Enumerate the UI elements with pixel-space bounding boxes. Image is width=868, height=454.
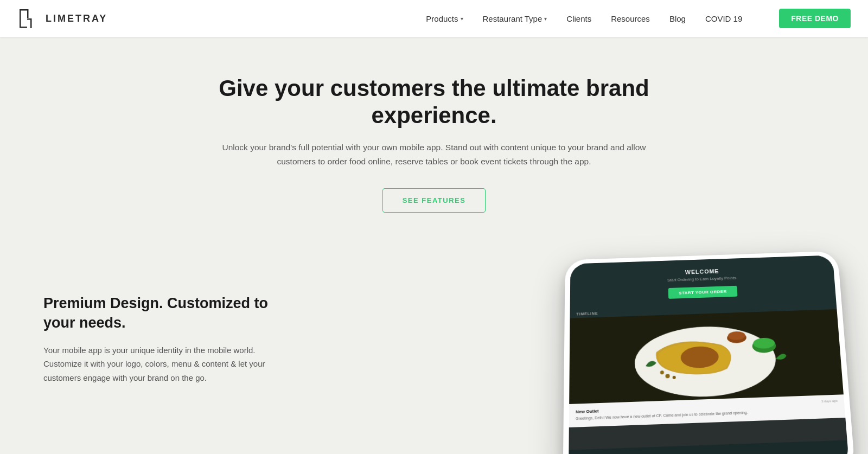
feature-description: Your mobile app is your unique identity … bbox=[43, 343, 271, 385]
nav-links: Products ▾ Restaurant Type ▾ Clients Res… bbox=[426, 9, 851, 28]
chevron-down-icon: ▾ bbox=[544, 16, 547, 22]
phone-body: WELCOME Start Ordering to Earn Loyalty P… bbox=[563, 251, 856, 454]
see-features-button[interactable]: SEE FEATURES bbox=[382, 188, 486, 213]
nav-link-covid[interactable]: COVID 19 bbox=[705, 14, 742, 23]
nav-item-products[interactable]: Products ▾ bbox=[426, 14, 463, 23]
chevron-down-icon: ▾ bbox=[461, 16, 463, 22]
start-order-button[interactable]: START YOUR ORDER bbox=[668, 286, 738, 299]
phone-mockup-container: WELCOME Start Ordering to Earn Loyalty P… bbox=[542, 240, 868, 454]
nav-link-clients[interactable]: Clients bbox=[566, 14, 591, 23]
hero-subtitle: Unlock your brand's full potential with … bbox=[217, 140, 651, 169]
brand-name: LIMETRAY bbox=[46, 13, 107, 24]
feature-text-block: Premium Design. Customized to your needs… bbox=[43, 272, 304, 385]
food-illustration bbox=[569, 309, 844, 404]
phone-mockup: WELCOME Start Ordering to Earn Loyalty P… bbox=[542, 240, 857, 454]
logo-container[interactable]: LIMETRAY bbox=[17, 7, 107, 30]
feature-section: Premium Design. Customized to your needs… bbox=[0, 229, 868, 454]
phone-screen: WELCOME Start Ordering to Earn Loyalty P… bbox=[569, 255, 849, 454]
nav-item-free-demo[interactable]: FREE DEMO bbox=[762, 9, 851, 28]
feature-title: Premium Design. Customized to your needs… bbox=[43, 294, 304, 332]
nav-item-blog[interactable]: Blog bbox=[669, 14, 686, 23]
svg-rect-2 bbox=[20, 27, 27, 28]
nav-link-blog[interactable]: Blog bbox=[669, 14, 686, 23]
navbar: LIMETRAY Products ▾ Restaurant Type ▾ Cl… bbox=[0, 0, 868, 37]
nav-link-restaurant-type[interactable]: Restaurant Type ▾ bbox=[483, 14, 547, 23]
nav-link-resources[interactable]: Resources bbox=[611, 14, 650, 23]
nav-item-resources[interactable]: Resources bbox=[611, 14, 650, 23]
hero-title: Give your customers the ultimate brand e… bbox=[190, 75, 678, 130]
nav-link-products[interactable]: Products ▾ bbox=[426, 14, 463, 23]
food-image-area bbox=[569, 309, 844, 404]
svg-rect-1 bbox=[20, 9, 21, 28]
nav-item-covid[interactable]: COVID 19 bbox=[705, 14, 742, 23]
nav-item-restaurant-type[interactable]: Restaurant Type ▾ bbox=[483, 14, 547, 23]
svg-rect-5 bbox=[30, 18, 32, 28]
nav-item-clients[interactable]: Clients bbox=[566, 14, 591, 23]
free-demo-button[interactable]: FREE DEMO bbox=[779, 9, 851, 28]
svg-rect-3 bbox=[27, 9, 29, 18]
limetray-logo-icon bbox=[17, 7, 40, 30]
hero-section: Give your customers the ultimate brand e… bbox=[0, 37, 868, 229]
